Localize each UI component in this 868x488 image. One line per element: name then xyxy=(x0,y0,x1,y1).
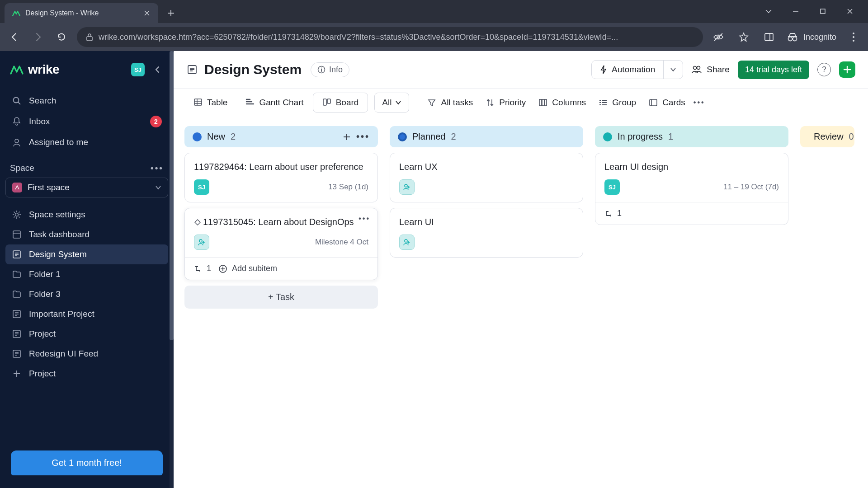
back-button[interactable] xyxy=(6,29,23,45)
automation-main: Automation xyxy=(592,61,664,79)
toolbar-more-button[interactable]: ••• xyxy=(693,99,705,107)
star-icon[interactable] xyxy=(736,29,752,45)
card[interactable]: Learn UX xyxy=(390,153,583,202)
subitems-indicator[interactable]: 1 xyxy=(194,264,211,273)
subitems-indicator[interactable]: 1 xyxy=(604,209,622,218)
cards-icon xyxy=(649,98,658,107)
inbox-badge: 2 xyxy=(150,116,162,127)
column-name: New xyxy=(207,131,225,142)
add-assignee-button[interactable] xyxy=(399,179,415,195)
minimize-icon[interactable] xyxy=(790,6,801,17)
column-name: Planned xyxy=(412,131,445,142)
caret-down-icon[interactable] xyxy=(763,6,774,17)
column-header-new[interactable]: New 2 ••• xyxy=(184,126,378,147)
eye-off-icon[interactable] xyxy=(710,29,726,45)
panel-icon[interactable] xyxy=(761,29,777,45)
reload-button[interactable] xyxy=(53,29,70,45)
chevron-down-icon[interactable] xyxy=(664,63,683,76)
space-more-button[interactable]: ••• xyxy=(151,163,164,173)
new-tab-button[interactable] xyxy=(162,4,180,22)
column-header-planned[interactable]: Planned 2 xyxy=(390,126,583,147)
sidebar-item-project[interactable]: Project xyxy=(5,324,168,344)
column-add-button[interactable] xyxy=(343,133,351,141)
share-button[interactable]: Share xyxy=(691,65,730,75)
share-label: Share xyxy=(707,65,730,75)
column-more-button[interactable]: ••• xyxy=(356,131,370,142)
avatar[interactable]: SJ xyxy=(194,179,209,195)
incognito-indicator[interactable]: Incognito xyxy=(786,32,836,42)
promo-button[interactable]: Get 1 month free! xyxy=(11,450,163,475)
item-label: Folder 3 xyxy=(29,289,61,299)
sidebar-inbox[interactable]: Inbox 2 xyxy=(5,111,168,132)
svg-rect-22 xyxy=(323,99,326,105)
add-subitem-button[interactable]: Add subitem xyxy=(218,264,277,273)
address-bar[interactable]: wrike.com/workspace.htm?acc=6250782#fold… xyxy=(77,27,703,47)
bolt-icon xyxy=(600,65,607,75)
columns-icon xyxy=(538,98,547,107)
wrike-logo[interactable]: wrike xyxy=(10,62,59,77)
milestone-icon xyxy=(194,219,201,226)
browser-tab[interactable]: Design System - Wrike xyxy=(5,3,158,23)
sidebar-item-design-system[interactable]: Design System xyxy=(5,244,168,264)
forward-button[interactable] xyxy=(30,29,46,45)
svg-rect-3 xyxy=(765,33,773,41)
sidebar-scrollbar[interactable] xyxy=(170,51,174,488)
window-close-icon[interactable] xyxy=(844,6,855,17)
sidebar-search[interactable]: Search xyxy=(5,91,168,111)
add-assignee-button[interactable] xyxy=(194,235,209,250)
sidebar-item-folder-1[interactable]: Folder 1 xyxy=(5,264,168,284)
view-tab-gantt[interactable]: Gantt Chart xyxy=(236,93,312,113)
svg-point-28 xyxy=(199,239,202,242)
sidebar-item-space-settings[interactable]: Space settings xyxy=(5,205,168,225)
sidebar-item-important-project[interactable]: Important Project xyxy=(5,304,168,324)
trial-badge[interactable]: 14 trial days left xyxy=(738,61,809,79)
card-more-button[interactable]: ••• xyxy=(359,215,370,223)
automation-button[interactable]: Automation xyxy=(591,60,683,79)
gantt-icon xyxy=(245,98,255,107)
card[interactable]: Learn UI xyxy=(390,208,583,258)
svg-point-19 xyxy=(693,66,697,70)
toolbar-columns[interactable]: Columns xyxy=(538,98,586,108)
column-review: Review 0 xyxy=(800,126,854,478)
column-count: 2 xyxy=(231,131,236,142)
add-assignee-button[interactable] xyxy=(399,235,415,250)
avatar[interactable]: SJ xyxy=(604,179,620,195)
column-header-progress[interactable]: In progress 1 xyxy=(595,126,788,147)
project-icon xyxy=(186,64,198,75)
svg-rect-1 xyxy=(87,37,92,41)
menu-icon[interactable] xyxy=(845,29,862,45)
toolbar-all-tasks[interactable]: All tasks xyxy=(427,98,473,108)
help-button[interactable]: ? xyxy=(817,63,831,76)
view-tab-table[interactable]: Table xyxy=(184,93,236,113)
svg-rect-26 xyxy=(545,99,547,106)
space-selector[interactable]: First space xyxy=(5,178,168,197)
card-title: 1197315045: Learn about DesignOps xyxy=(194,216,368,228)
filter-all[interactable]: All xyxy=(374,93,409,113)
view-tab-board[interactable]: Board xyxy=(313,93,368,113)
item-label: Task dashboard xyxy=(29,230,90,239)
wrike-favicon-icon xyxy=(12,9,21,18)
add-task-button[interactable]: + Task xyxy=(184,286,378,309)
collapse-sidebar-button[interactable] xyxy=(151,63,164,76)
card[interactable]: ••• 1197315045: Learn about DesignOps Mi… xyxy=(184,208,378,280)
item-label: Project xyxy=(29,329,56,339)
column-header-review[interactable]: Review 0 xyxy=(800,126,854,147)
info-button[interactable]: Info xyxy=(311,62,349,77)
card[interactable]: Learn UI design SJ 11 – 19 Oct (7d) 1 xyxy=(595,153,788,225)
avatar[interactable]: SJ xyxy=(131,63,145,76)
toolbar-priority[interactable]: Priority xyxy=(486,98,526,108)
sidebar-add-project[interactable]: Project xyxy=(5,364,168,384)
window-controls xyxy=(763,6,868,23)
create-button[interactable] xyxy=(839,61,855,78)
sidebar-item-task-dashboard[interactable]: Task dashboard xyxy=(5,225,168,244)
sidebar-item-redesign-ui-feed[interactable]: Redesign UI Feed xyxy=(5,344,168,364)
toolbar-group[interactable]: Group xyxy=(599,98,636,108)
maximize-icon[interactable] xyxy=(817,6,828,17)
close-icon[interactable] xyxy=(143,9,151,17)
status-dot-icon xyxy=(603,132,612,141)
toolbar-cards[interactable]: Cards xyxy=(649,98,685,108)
card[interactable]: 1197829464: Learn about user preference … xyxy=(184,153,378,202)
svg-point-6 xyxy=(853,33,854,34)
sidebar-item-folder-3[interactable]: Folder 3 xyxy=(5,284,168,304)
sidebar-assigned[interactable]: Assigned to me xyxy=(5,132,168,152)
